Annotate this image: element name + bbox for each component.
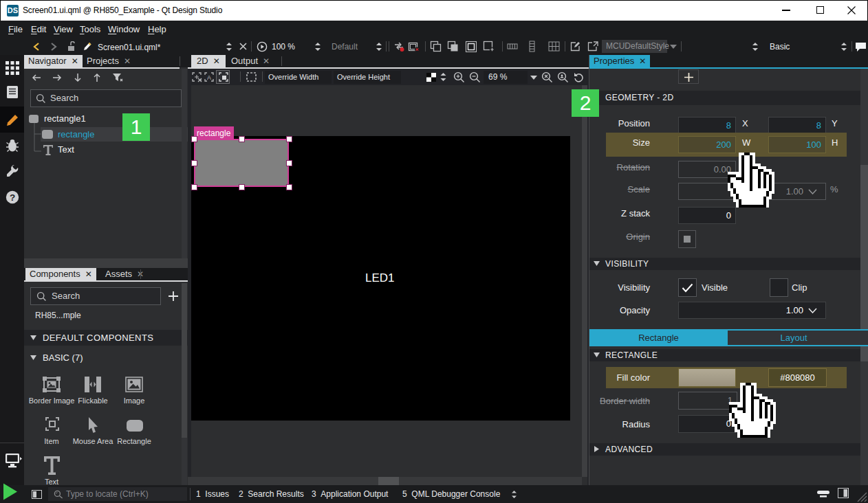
- svg-text:A: A: [207, 74, 211, 81]
- svg-text:?: ?: [10, 192, 15, 203]
